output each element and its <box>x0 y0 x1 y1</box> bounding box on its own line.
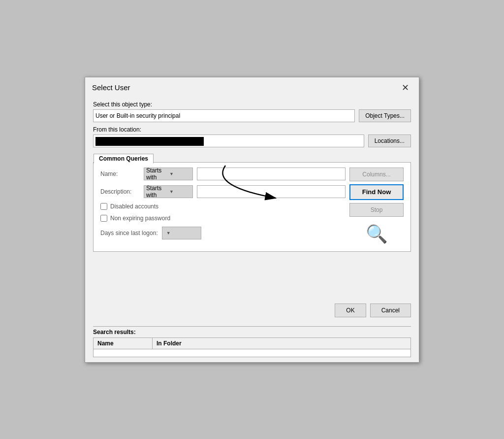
queries-left: Name: Starts with ▼ Description: Start <box>100 168 346 244</box>
location-input[interactable] <box>93 135 364 147</box>
days-dropdown[interactable]: ▼ <box>162 227 201 239</box>
col-name: Name <box>94 338 153 349</box>
common-queries-wrapper: Common Queries Name: Starts with ▼ <box>93 161 411 252</box>
columns-button[interactable]: Columns... <box>349 168 404 181</box>
object-type-label: Select this object type: <box>93 101 411 108</box>
results-table: Name In Folder <box>93 338 411 357</box>
name-label: Name: <box>100 170 140 177</box>
bottom-section: OK Cancel Search results: Name In Folder <box>85 301 419 362</box>
disabled-accounts-label: Disabled accounts <box>110 203 158 210</box>
location-label: From this location: <box>93 126 411 133</box>
find-now-button[interactable]: Find Now <box>349 184 404 200</box>
days-arrow: ▼ <box>166 231 171 236</box>
cancel-button[interactable]: Cancel <box>370 304 411 317</box>
disabled-accounts-row: Disabled accounts <box>100 203 346 210</box>
select-user-dialog: Select User ✕ Select this object type: O… <box>85 77 419 363</box>
search-results-label: Search results: <box>93 329 411 336</box>
description-filter-value: Starts with <box>146 185 167 199</box>
queries-right: Columns... Find Now Stop 🔍 <box>349 168 404 244</box>
description-filter-dropdown[interactable]: Starts with ▼ <box>144 185 193 198</box>
stop-button[interactable]: Stop <box>349 203 404 217</box>
queries-inner: Name: Starts with ▼ Description: Start <box>100 168 404 244</box>
locations-button[interactable]: Locations... <box>368 135 411 147</box>
name-filter-arrow: ▼ <box>169 171 190 176</box>
location-section: From this location: Locations... <box>93 126 411 147</box>
description-label: Description: <box>100 188 140 195</box>
days-logon-row: Days since last logon: ▼ <box>100 227 346 239</box>
common-queries-box: Common Queries Name: Starts with ▼ <box>93 162 411 252</box>
results-header: Name In Folder <box>94 338 410 349</box>
non-expiring-row: Non expiring password <box>100 215 346 222</box>
description-query-row: Description: Starts with ▼ <box>100 185 346 198</box>
redacted-bar <box>95 137 204 146</box>
days-label: Days since last logon: <box>100 230 158 236</box>
dialog-body: Select this object type: Object Types...… <box>85 96 419 301</box>
object-type-section: Select this object type: Object Types... <box>93 101 411 122</box>
title-bar: Select User ✕ <box>85 77 419 96</box>
dialog-title: Select User <box>92 83 130 92</box>
search-icon-area: 🔍 <box>349 224 404 244</box>
ok-button[interactable]: OK <box>335 304 366 317</box>
name-query-row: Name: Starts with ▼ <box>100 168 346 180</box>
common-queries-tab: Common Queries <box>94 154 154 164</box>
name-text-input[interactable] <box>197 168 346 180</box>
non-expiring-label: Non expiring password <box>110 215 170 222</box>
search-magnifier-icon: 🔍 <box>366 224 388 244</box>
disabled-accounts-checkbox[interactable] <box>100 203 107 210</box>
divider <box>93 326 411 327</box>
object-type-input[interactable] <box>93 109 355 122</box>
col-folder: In Folder <box>153 338 212 349</box>
name-filter-value: Starts with <box>146 167 167 181</box>
close-button[interactable]: ✕ <box>399 82 412 93</box>
object-type-row: Object Types... <box>93 109 411 122</box>
location-row: Locations... <box>93 135 411 147</box>
object-types-button[interactable]: Object Types... <box>359 109 411 122</box>
ok-cancel-row: OK Cancel <box>93 304 411 317</box>
description-filter-arrow: ▼ <box>169 189 190 194</box>
description-text-input[interactable] <box>197 185 346 198</box>
name-filter-dropdown[interactable]: Starts with ▼ <box>144 168 193 180</box>
non-expiring-checkbox[interactable] <box>100 215 107 222</box>
